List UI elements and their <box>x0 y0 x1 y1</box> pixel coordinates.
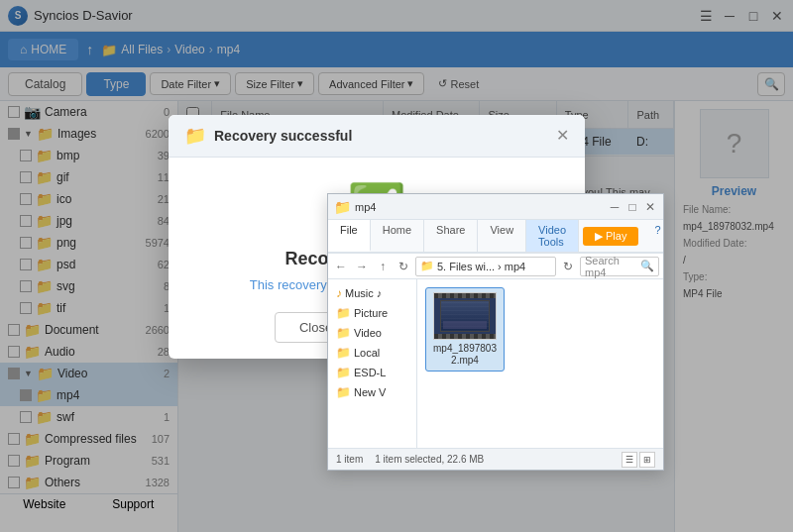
fe-refresh-button[interactable]: ↻ <box>395 258 412 275</box>
folder-icon: ♪ <box>336 286 342 300</box>
fe-status-bar: 1 item 1 item selected, 22.6 MB ☰ ⊞ <box>328 448 663 470</box>
folder-icon: 📁 <box>336 346 351 360</box>
fe-files-area: mp4_18978032.mp4 <box>417 279 663 448</box>
folder-icon: 📁 <box>336 326 351 340</box>
modal-folder-icon: 📁 <box>184 125 206 147</box>
fe-status-items: 1 item <box>336 454 363 465</box>
fe-tab-home[interactable]: Home <box>371 220 424 252</box>
fe-nav-bar: ← → ↑ ↻ 📁 5. Files wi... › mp4 ↻ Search … <box>328 254 663 279</box>
folder-icon: 📁 <box>336 385 351 399</box>
fe-search-icon: 🔍 <box>640 260 654 272</box>
fe-title-bar: 📁 mp4 ─ □ ✕ <box>328 194 663 220</box>
fe-view-list-button[interactable]: ☰ <box>622 452 637 468</box>
folder-icon: 📁 <box>336 366 351 379</box>
fe-sidebar: ♪ Music ♪ 📁 Picture 📁 Video 📁 Local 📁 ES… <box>328 279 417 448</box>
modal-title: Recovery successful <box>214 128 548 144</box>
play-icon: ▶ <box>595 230 603 243</box>
fe-sidebar-esd[interactable]: 📁 ESD-L <box>328 363 416 382</box>
fe-content: ♪ Music ♪ 📁 Picture 📁 Video 📁 Local 📁 ES… <box>328 279 663 448</box>
folder-icon: 📁 <box>336 306 351 320</box>
fe-window-controls: ─ □ ✕ <box>608 200 657 214</box>
fe-sidebar-pictures[interactable]: 📁 Picture <box>328 303 416 323</box>
fe-path-icon: 📁 <box>420 260 434 272</box>
fe-sidebar-music[interactable]: ♪ Music ♪ <box>328 283 416 303</box>
fe-back-button[interactable]: ← <box>332 258 350 275</box>
fe-view-controls: ☰ ⊞ <box>622 452 655 468</box>
fe-minimize-icon[interactable]: ─ <box>608 200 622 214</box>
fe-file-item[interactable]: mp4_18978032.mp4 <box>425 287 505 372</box>
fe-tab-videotools[interactable]: Video Tools <box>526 220 579 252</box>
fe-ribbon: File Home Share View Video Tools ▶ Play … <box>328 220 663 254</box>
fe-search-bar[interactable]: Search mp4 🔍 <box>580 257 659 276</box>
fe-close-icon[interactable]: ✕ <box>643 200 657 214</box>
fe-sidebar-newv[interactable]: 📁 New V <box>328 382 416 402</box>
fe-title-text: mp4 <box>355 201 604 213</box>
modal-close-button[interactable]: ✕ <box>556 126 569 145</box>
modal-header: 📁 Recovery successful ✕ <box>169 115 585 158</box>
fe-tab-file[interactable]: File <box>328 220 371 252</box>
fe-tab-view[interactable]: View <box>478 220 526 252</box>
fe-maximize-icon[interactable]: □ <box>625 200 639 214</box>
fe-file-name: mp4_18978032.mp4 <box>430 343 500 367</box>
fe-folder-icon: 📁 <box>334 199 351 215</box>
fe-path-bar[interactable]: 📁 5. Files wi... › mp4 <box>415 257 556 276</box>
fe-ribbon-tabs: File Home Share View Video Tools ▶ Play … <box>328 220 663 253</box>
fe-sidebar-video[interactable]: 📁 Video <box>328 323 416 343</box>
fe-path-refresh-button[interactable]: ↻ <box>559 258 577 275</box>
fe-tab-help[interactable]: ? <box>642 220 672 252</box>
fe-up-button[interactable]: ↑ <box>374 258 392 275</box>
play-button[interactable]: ▶ Play <box>583 227 638 246</box>
fe-search-placeholder: Search mp4 <box>585 255 638 278</box>
fe-status-selected: 1 item selected, 22.6 MB <box>375 454 484 465</box>
fe-file-thumbnail <box>433 292 497 340</box>
fe-sidebar-local[interactable]: 📁 Local <box>328 343 416 363</box>
file-explorer-window: 📁 mp4 ─ □ ✕ File Home Share View Video T… <box>327 193 664 471</box>
fe-view-grid-button[interactable]: ⊞ <box>639 452 655 468</box>
fe-forward-button[interactable]: → <box>353 258 371 275</box>
fe-tab-share[interactable]: Share <box>424 220 478 252</box>
